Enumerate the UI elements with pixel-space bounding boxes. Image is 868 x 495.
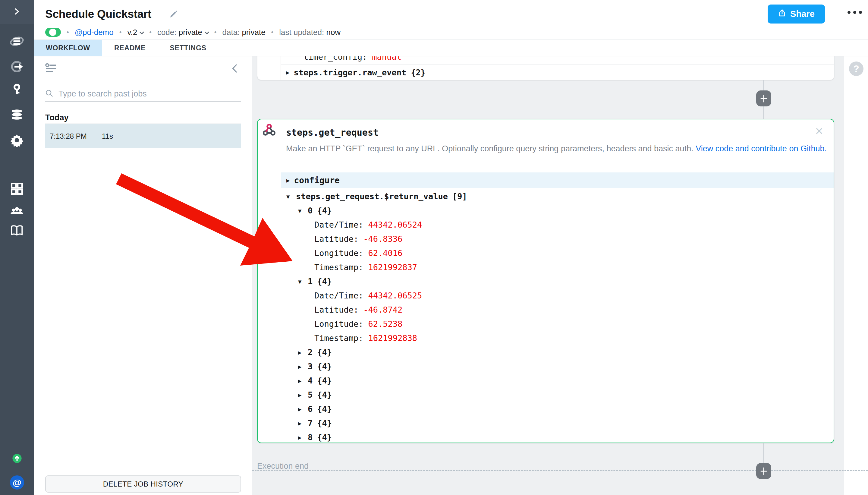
tree-count: {4}: [317, 347, 332, 357]
tree-row[interactable]: ▶7{4}: [281, 416, 834, 430]
book-icon: [10, 224, 24, 239]
expanded-triangle-icon: ▼: [286, 193, 296, 200]
field-key: Longitude:: [314, 319, 363, 329]
separator-dot: •: [214, 28, 217, 36]
close-icon[interactable]: ✕: [815, 126, 824, 136]
configure-section-toggle[interactable]: ▶ configure: [281, 172, 834, 188]
add-step-button-end[interactable]: [756, 463, 771, 479]
tree-row[interactable]: ▶6{4}: [281, 402, 834, 416]
delete-job-history-button[interactable]: DELETE JOB HISTORY: [45, 475, 241, 493]
account-avatar[interactable]: @: [10, 475, 24, 490]
version-dropdown[interactable]: v.2: [127, 28, 143, 37]
sidebar-item-apps[interactable]: [0, 182, 34, 197]
tree-count: {4}: [317, 390, 332, 399]
field-key: Latitude:: [314, 305, 358, 314]
sidebar-item-docs[interactable]: [0, 224, 34, 239]
page-title: Schedule Quickstart: [45, 8, 151, 20]
tree-count: {4}: [317, 432, 332, 442]
job-duration: 11s: [102, 132, 113, 140]
field-value: 1621992837: [368, 262, 417, 272]
tree-count: {2}: [411, 68, 426, 77]
tree-row[interactable]: ▼1{4}: [281, 274, 834, 289]
tab-readme[interactable]: README: [102, 40, 158, 56]
upgrade-button[interactable]: [12, 454, 22, 464]
tree-label: 7: [308, 419, 313, 428]
field-value: -46.8742: [363, 305, 402, 314]
step-name: steps.get_request: [286, 127, 379, 138]
tab-settings[interactable]: SETTINGS: [158, 40, 218, 56]
sidebar-item-data-stores[interactable]: [0, 108, 34, 123]
tree-row[interactable]: ▶5{4}: [281, 388, 834, 402]
people-icon: [10, 204, 24, 220]
collapsed-triangle-icon: ▶: [298, 420, 308, 427]
add-step-button[interactable]: [756, 90, 771, 106]
tree-count: {4}: [317, 277, 332, 286]
tree-count: {4}: [317, 206, 332, 215]
canvas-right-rail: [844, 56, 868, 495]
tree-count: {4}: [317, 419, 332, 428]
account-link[interactable]: @pd-demo: [75, 28, 114, 37]
filter-list-icon[interactable]: [45, 63, 57, 74]
job-group-label: Today: [45, 113, 69, 122]
tree-row[interactable]: ▶4{4}: [281, 374, 834, 388]
tree-row[interactable]: ▶3{4}: [281, 359, 834, 374]
tree-count: [9]: [452, 192, 467, 201]
trigger-step-card[interactable]: timer_config: manual ▶ steps.trigger.raw…: [257, 56, 834, 80]
field-value: 1621992838: [368, 334, 417, 343]
job-row-selected[interactable]: 7:13:28 PM 11s: [45, 124, 241, 148]
edit-title-icon[interactable]: [169, 10, 178, 20]
webhook-app-icon: [262, 123, 276, 138]
tree-row[interactable]: ▼steps.get_request.$return_value[9]: [281, 189, 834, 204]
separator-dot: •: [149, 28, 152, 36]
field-key: Latitude:: [314, 234, 358, 243]
separator-dot: •: [119, 28, 122, 36]
field-key: Date/Time:: [314, 291, 363, 300]
tree-row: Date/Time:44342.06525: [281, 289, 834, 303]
expand-chevron-icon: [12, 7, 21, 17]
tree-count: {4}: [317, 376, 332, 385]
upgrade-arrow-icon: [12, 454, 22, 464]
tree-label: 3: [308, 362, 313, 371]
share-button[interactable]: Share: [768, 4, 825, 23]
tree-label: 6: [308, 404, 313, 414]
help-button[interactable]: ?: [849, 62, 864, 76]
tree-row[interactable]: ▶8{4}: [281, 430, 834, 444]
github-link[interactable]: View code and contribute on Github.: [696, 144, 827, 153]
tree-count: {4}: [317, 362, 332, 371]
tree-row: Timestamp:1621992838: [281, 331, 834, 345]
search-input[interactable]: [58, 89, 227, 99]
tab-workflow[interactable]: WORKFLOW: [34, 40, 102, 56]
account-glyph: @: [13, 478, 21, 488]
tree-row: Latitude:-46.8742: [281, 303, 834, 317]
separator-dot: •: [271, 28, 274, 36]
field-value: 62.4016: [368, 249, 403, 258]
sidebar-item-keys[interactable]: [0, 83, 34, 98]
sidebar-item-event-sources[interactable]: [0, 59, 34, 75]
job-panel-toolbar: [34, 56, 251, 80]
job-search: [45, 86, 241, 102]
tree-label: steps.get_request.$return_value: [296, 192, 448, 201]
sidebar-item-settings[interactable]: [0, 134, 34, 148]
collapsed-triangle-icon: ▶: [286, 177, 290, 184]
collapse-panel-button[interactable]: [231, 64, 238, 74]
more-menu-button[interactable]: [848, 11, 862, 14]
tree-row[interactable]: ▶2{4}: [281, 345, 834, 359]
collapsed-triangle-icon: ▶: [298, 377, 308, 384]
tree-label: 8: [308, 432, 313, 442]
tree-row: Date/Time:44342.06524: [281, 218, 834, 232]
event-sources-icon: [10, 59, 24, 75]
collapsed-triangle-icon: ▶: [286, 69, 289, 76]
tree-row[interactable]: ▼0{4}: [281, 204, 834, 218]
sidebar-expand-button[interactable]: [0, 0, 34, 24]
get-request-step-card[interactable]: steps.get_request ✕ Make an HTTP `GET` r…: [257, 119, 834, 443]
deploy-toggle[interactable]: [45, 28, 61, 37]
workflows-icon: [10, 34, 24, 49]
field-value: manual: [372, 56, 401, 62]
code-visibility-dropdown[interactable]: code: private: [157, 28, 209, 37]
trigger-raw-event-row[interactable]: ▶ steps.trigger.raw_event {2}: [281, 65, 834, 80]
toggle-knob: [49, 29, 56, 36]
sidebar-item-community[interactable]: [0, 204, 34, 220]
sidebar-item-workflows[interactable]: [0, 34, 34, 49]
trigger-config-row: timer_config: manual: [281, 56, 834, 65]
execution-end-label: Execution end: [257, 462, 309, 471]
